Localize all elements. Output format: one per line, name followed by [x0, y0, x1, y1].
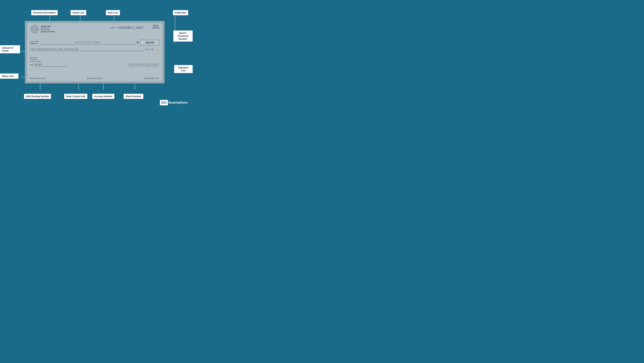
label-aba-routing-number: ABA Routing Number — [24, 94, 51, 99]
check-body: 5673 19-2/1250 JOHN DOE 123 First St. An… — [25, 21, 164, 84]
written-amount-text: TWO HUNDRED DOLLARS AND 00/100 — [30, 48, 78, 50]
check-number-area: 5673 19-2/1250 — [152, 24, 159, 29]
bank-contact-info: Bank Name 123 First St. AnyCity, US 1010… — [30, 57, 42, 62]
label-personal-information: Personal Information — [31, 10, 58, 15]
label-bank-contact-info: Bank Contact Info — [64, 94, 87, 99]
label-signature-line: Signature Line — [174, 65, 192, 73]
signature-text: YOUR SIGNATURE HERE — [128, 63, 159, 66]
date-value: JANUARY 1, 20XX — [117, 26, 143, 30]
logo-banking-rates: BankingRates — [168, 101, 188, 104]
label-check-number: Check Number — [124, 94, 143, 99]
globe-icon — [30, 24, 39, 34]
label-account-number: Account Number — [92, 94, 114, 99]
dollar-sign: $ — [137, 41, 138, 44]
check-number: 5673 — [152, 24, 159, 27]
account-address1: 123 First St. — [40, 28, 54, 30]
personal-info-text: JOHN DOE 123 First St. AnyCity, US 10101 — [40, 25, 54, 33]
for-label: FOR — [30, 64, 33, 66]
memo-signature-area: FOR MEMO YOUR SIGNATURE HERE — [30, 63, 159, 67]
memo-left: FOR MEMO — [30, 63, 66, 67]
dollars-label: DOLLARS — [145, 49, 154, 50]
lock-icon: 🔒 — [156, 48, 159, 51]
bank-info-area: Bank Name 123 First St. AnyCity, US 1010… — [30, 57, 159, 62]
signature-area: YOUR SIGNATURE HERE — [128, 63, 159, 66]
label-payee-line: Payee Line — [71, 10, 86, 15]
written-amount: TWO HUNDRED DOLLARS AND 00/100 — [30, 48, 143, 51]
label-date-line: Date Line — [106, 10, 120, 15]
account-holder-name: JOHN DOE — [40, 25, 54, 28]
bank-address2: AnyCity, US 10101 — [30, 60, 42, 62]
micr-area: ⑆123456789⑆ ⑆123456789⑆ ⑈7890⑈5673⑈ — [30, 78, 159, 80]
check-fractional: 19-2/1250 — [152, 27, 159, 29]
bank-name: Bank Name — [30, 57, 42, 58]
logo-area: GO BankingRates — [160, 100, 188, 105]
account-address2: AnyCity, US 10101 — [40, 30, 54, 33]
recipient-name: RECIPIENT'S NAME — [40, 41, 135, 44]
bank-address1: 123 First St. — [30, 58, 42, 60]
bank-contact-micr: ⑆123456789⑆ — [87, 78, 102, 80]
dollar-box: 200.00 — [140, 40, 159, 46]
account-number-micr: ⑈7890⑈5673⑈ — [144, 78, 159, 80]
date-area: DATE JANUARY 1, 20XX — [110, 26, 143, 30]
label-amount-of-check: Amount of Check — [0, 45, 20, 53]
date-label: DATE — [110, 27, 116, 28]
label-memo-line: Memo Line — [0, 74, 18, 79]
personal-info-area: JOHN DOE 123 First St. AnyCity, US 10101 — [30, 24, 54, 34]
label-banks-fractional-number: Bank's Fractional Number — [173, 30, 192, 42]
routing-number-micr: ⑆123456789⑆ — [30, 78, 46, 80]
logo-go: GO — [160, 100, 168, 105]
payto-label: PAY TO THEORDER OF — [30, 40, 38, 45]
memo-line: MEMO — [34, 63, 66, 67]
payto-area: PAY TO THEORDER OF RECIPIENT'S NAME $ 20… — [30, 40, 159, 46]
label-dollar-box: Dollar Box — [173, 10, 188, 15]
written-amount-area: TWO HUNDRED DOLLARS AND 00/100 DOLLARS 🔒 — [30, 48, 159, 51]
